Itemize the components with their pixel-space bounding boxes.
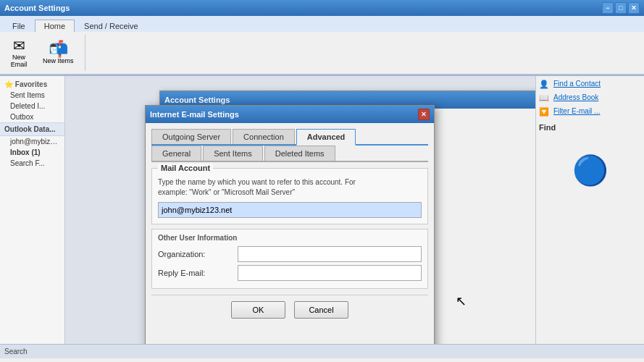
outlook-logo-icon: 🔵 bbox=[572, 153, 609, 188]
new-items-icon: 📬 bbox=[49, 41, 68, 57]
new-items-label: New Items bbox=[43, 57, 74, 64]
window-title: Account Settings bbox=[4, 4, 602, 12]
sidebar-item-search[interactable]: Search F... bbox=[0, 158, 64, 169]
fg-dialog-body: Outgoing Server Connection Advanced Gene… bbox=[146, 123, 434, 330]
reply-email-input[interactable] bbox=[238, 265, 422, 281]
reply-email-label: Reply E-mail: bbox=[158, 269, 238, 277]
outlook-window: Account Settings − □ ✕ File Home Send / … bbox=[0, 0, 644, 362]
ribbon-sep-1 bbox=[85, 35, 85, 71]
ribbon: File Home Send / Receive ✉ NewEmail 📬 Ne… bbox=[0, 16, 644, 76]
account-settings-title: Account Settings bbox=[164, 96, 535, 104]
other-user-info-title: Other User Information bbox=[158, 234, 422, 242]
other-user-info-section: Other User Information Organization: Rep… bbox=[151, 229, 428, 289]
title-bar: Account Settings − □ ✕ bbox=[0, 0, 644, 16]
sidebar-item-inbox[interactable]: Inbox (1) bbox=[0, 147, 64, 158]
main-layout: ⭐ Favorites Sent Items Deleted I... Outb… bbox=[0, 76, 644, 344]
new-items-badge: 📬 New Items bbox=[43, 41, 74, 64]
counter-row-1: 0 bbox=[530, 130, 535, 142]
tab-outgoing-server[interactable]: Outgoing Server bbox=[151, 129, 231, 144]
address-book-icon: 📖 bbox=[539, 93, 549, 103]
find-section-title: Find bbox=[539, 123, 641, 132]
sidebar: ⭐ Favorites Sent Items Deleted I... Outb… bbox=[0, 76, 65, 344]
org-input[interactable] bbox=[238, 246, 422, 262]
tab-send-receive[interactable]: Send / Receive bbox=[75, 20, 148, 32]
org-label: Organization: bbox=[158, 250, 238, 258]
dialog-tab-strip-2: General Sent Items Deleted Items bbox=[151, 146, 428, 162]
close-btn[interactable]: ✕ bbox=[628, 2, 640, 14]
sidebar-item-deleted[interactable]: Deleted I... bbox=[0, 101, 64, 111]
find-contact-btn[interactable]: Find a Contact bbox=[552, 79, 602, 88]
content-area: Account Settings ✕ nt Settings ut the in… bbox=[65, 76, 535, 344]
reply-email-row: Reply E-mail: bbox=[158, 265, 422, 281]
new-email-icon: ✉ bbox=[13, 38, 25, 53]
new-items-button[interactable]: 📬 New Items bbox=[38, 39, 79, 67]
fg-dialog-title-bar: Internet E-mail Settings ✕ bbox=[146, 106, 434, 123]
tab-deleted-items[interactable]: Deleted Items bbox=[264, 146, 335, 161]
mail-account-input[interactable] bbox=[158, 202, 422, 218]
mail-account-desc: Type the name by which you want to refer… bbox=[158, 177, 422, 198]
fg-dialog-buttons: OK Cancel bbox=[151, 295, 428, 324]
ribbon-content: ✉ NewEmail 📬 New Items bbox=[0, 32, 644, 75]
counter-row-3: 0 bbox=[530, 153, 535, 165]
favorites-section: ⭐ Favorites bbox=[0, 79, 64, 90]
ribbon-tab-strip: File Home Send / Receive bbox=[0, 16, 644, 32]
minimize-btn[interactable]: − bbox=[602, 2, 614, 14]
ok-btn[interactable]: OK bbox=[231, 301, 285, 319]
address-book-btn[interactable]: Address Book bbox=[552, 93, 600, 102]
fg-cancel-btn[interactable]: Cancel bbox=[294, 301, 348, 319]
right-panel: 👤 Find a Contact 📖 Address Book 🔽 Filter… bbox=[535, 76, 644, 344]
sidebar-data-files[interactable]: Outlook Data... bbox=[0, 122, 64, 136]
tab-home[interactable]: Home bbox=[35, 20, 75, 33]
find-contact-icon: 👤 bbox=[539, 80, 549, 89]
tab-connection[interactable]: Connection bbox=[233, 129, 295, 144]
sidebar-item-sent[interactable]: Sent Items bbox=[0, 90, 64, 101]
internet-email-settings-dialog: Internet E-mail Settings ✕ Outgoing Serv… bbox=[145, 105, 435, 344]
filter-email-btn[interactable]: Filter E-mail ... bbox=[552, 106, 601, 116]
filter-email-icon: 🔽 bbox=[539, 107, 549, 117]
window-controls: − □ ✕ bbox=[602, 2, 640, 14]
tab-general[interactable]: General bbox=[151, 146, 201, 161]
maximize-btn[interactable]: □ bbox=[615, 2, 627, 14]
search-label: Search bbox=[4, 348, 28, 355]
dialog-tab-strip: Outgoing Server Connection Advanced bbox=[151, 129, 428, 146]
new-email-label: NewEmail bbox=[11, 54, 28, 68]
sidebar-item-account[interactable]: john@mybiz1... bbox=[0, 136, 64, 147]
status-bar: Search bbox=[0, 344, 644, 358]
tab-sent-items[interactable]: Sent Items bbox=[203, 146, 263, 161]
fg-dialog-title: Internet E-mail Settings bbox=[150, 110, 418, 119]
mail-account-legend: Mail Account bbox=[158, 164, 213, 172]
tab-file[interactable]: File bbox=[3, 20, 35, 32]
mail-account-section: Mail Account Type the name by which you … bbox=[151, 168, 428, 224]
tab-advanced[interactable]: Advanced bbox=[296, 129, 356, 146]
new-email-button[interactable]: ✉ NewEmail bbox=[4, 36, 33, 70]
sidebar-item-outbox[interactable]: Outbox bbox=[0, 111, 64, 122]
counter-row-2: 2 bbox=[530, 142, 535, 153]
fg-dialog-close-btn[interactable]: ✕ bbox=[418, 109, 430, 120]
org-row: Organization: bbox=[158, 246, 422, 262]
counters-panel: 0 2 0 bbox=[530, 130, 535, 165]
